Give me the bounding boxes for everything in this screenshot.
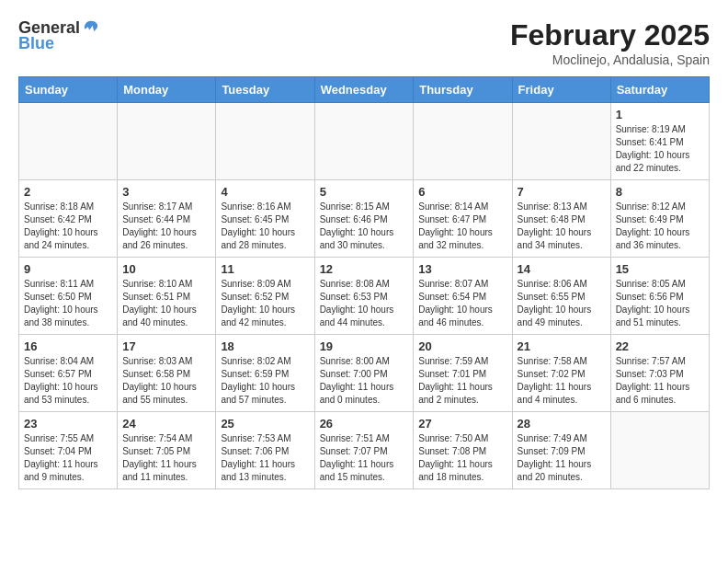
calendar-cell: 21Sunrise: 7:58 AM Sunset: 7:02 PM Dayli… xyxy=(512,335,610,412)
day-number: 2 xyxy=(24,185,112,199)
calendar-week-row: 2Sunrise: 8:18 AM Sunset: 6:42 PM Daylig… xyxy=(19,180,710,258)
day-info: Sunrise: 8:18 AM Sunset: 6:42 PM Dayligh… xyxy=(24,201,112,252)
calendar-cell: 14Sunrise: 8:06 AM Sunset: 6:55 PM Dayli… xyxy=(512,258,610,335)
calendar-cell: 27Sunrise: 7:50 AM Sunset: 7:08 PM Dayli… xyxy=(414,412,512,489)
day-number: 6 xyxy=(418,185,506,199)
weekday-header: Sunday xyxy=(19,77,118,103)
day-number: 10 xyxy=(122,262,210,276)
day-number: 18 xyxy=(221,339,309,353)
calendar-cell xyxy=(610,412,709,489)
day-info: Sunrise: 7:54 AM Sunset: 7:05 PM Dayligh… xyxy=(122,432,210,484)
day-info: Sunrise: 7:57 AM Sunset: 7:03 PM Dayligh… xyxy=(616,355,704,407)
calendar-cell: 1Sunrise: 8:19 AM Sunset: 6:41 PM Daylig… xyxy=(610,103,709,180)
day-number: 26 xyxy=(320,417,409,431)
day-number: 25 xyxy=(221,417,309,431)
day-number: 7 xyxy=(518,185,606,199)
location: Moclinejo, Andalusia, Spain xyxy=(510,52,710,67)
day-number: 11 xyxy=(221,262,309,276)
day-info: Sunrise: 8:05 AM Sunset: 6:56 PM Dayligh… xyxy=(616,278,704,329)
calendar-cell: 7Sunrise: 8:13 AM Sunset: 6:48 PM Daylig… xyxy=(512,180,610,258)
calendar-cell: 24Sunrise: 7:54 AM Sunset: 7:05 PM Dayli… xyxy=(118,412,216,489)
calendar-week-row: 1Sunrise: 8:19 AM Sunset: 6:41 PM Daylig… xyxy=(19,103,710,180)
day-number: 20 xyxy=(418,339,506,353)
day-info: Sunrise: 8:08 AM Sunset: 6:53 PM Dayligh… xyxy=(320,278,409,329)
day-info: Sunrise: 7:59 AM Sunset: 7:01 PM Dayligh… xyxy=(418,355,506,407)
calendar-cell: 5Sunrise: 8:15 AM Sunset: 6:46 PM Daylig… xyxy=(314,180,414,258)
calendar-cell xyxy=(216,103,314,180)
day-number: 22 xyxy=(616,339,704,353)
day-number: 23 xyxy=(24,417,112,431)
calendar-cell xyxy=(314,103,414,180)
day-number: 12 xyxy=(320,262,409,276)
day-number: 14 xyxy=(518,262,606,276)
day-info: Sunrise: 8:15 AM Sunset: 6:46 PM Dayligh… xyxy=(320,201,409,252)
calendar-cell: 4Sunrise: 8:16 AM Sunset: 6:45 PM Daylig… xyxy=(216,180,314,258)
day-number: 28 xyxy=(518,417,606,431)
calendar-week-row: 16Sunrise: 8:04 AM Sunset: 6:57 PM Dayli… xyxy=(19,335,710,412)
weekday-header: Wednesday xyxy=(314,77,414,103)
month-year: February 2025 xyxy=(510,18,710,52)
calendar-cell: 9Sunrise: 8:11 AM Sunset: 6:50 PM Daylig… xyxy=(19,258,118,335)
day-info: Sunrise: 8:00 AM Sunset: 7:00 PM Dayligh… xyxy=(320,355,409,407)
calendar-cell: 12Sunrise: 8:08 AM Sunset: 6:53 PM Dayli… xyxy=(314,258,414,335)
header: General Blue February 2025 Moclinejo, An… xyxy=(18,18,710,67)
calendar-cell: 3Sunrise: 8:17 AM Sunset: 6:44 PM Daylig… xyxy=(118,180,216,258)
day-number: 17 xyxy=(122,339,210,353)
day-info: Sunrise: 8:16 AM Sunset: 6:45 PM Dayligh… xyxy=(221,201,309,252)
calendar-cell: 18Sunrise: 8:02 AM Sunset: 6:59 PM Dayli… xyxy=(216,335,314,412)
calendar-cell: 11Sunrise: 8:09 AM Sunset: 6:52 PM Dayli… xyxy=(216,258,314,335)
title-area: February 2025 Moclinejo, Andalusia, Spai… xyxy=(510,18,710,67)
day-info: Sunrise: 8:04 AM Sunset: 6:57 PM Dayligh… xyxy=(24,355,112,407)
calendar-cell: 17Sunrise: 8:03 AM Sunset: 6:58 PM Dayli… xyxy=(118,335,216,412)
day-number: 19 xyxy=(320,339,409,353)
day-number: 1 xyxy=(616,108,704,121)
day-info: Sunrise: 8:14 AM Sunset: 6:47 PM Dayligh… xyxy=(418,201,506,252)
day-number: 9 xyxy=(24,262,112,276)
day-number: 15 xyxy=(616,262,704,276)
calendar-cell: 22Sunrise: 7:57 AM Sunset: 7:03 PM Dayli… xyxy=(610,335,709,412)
day-number: 4 xyxy=(221,185,309,199)
day-number: 16 xyxy=(24,339,112,353)
day-number: 5 xyxy=(320,185,409,199)
calendar-cell: 8Sunrise: 8:12 AM Sunset: 6:49 PM Daylig… xyxy=(610,180,709,258)
weekday-header: Friday xyxy=(512,77,610,103)
day-number: 3 xyxy=(122,185,210,199)
day-number: 24 xyxy=(122,417,210,431)
day-info: Sunrise: 7:55 AM Sunset: 7:04 PM Dayligh… xyxy=(24,432,112,484)
calendar-cell: 2Sunrise: 8:18 AM Sunset: 6:42 PM Daylig… xyxy=(19,180,118,258)
day-info: Sunrise: 8:19 AM Sunset: 6:41 PM Dayligh… xyxy=(616,123,704,175)
day-info: Sunrise: 7:49 AM Sunset: 7:09 PM Dayligh… xyxy=(518,432,606,484)
weekday-header: Monday xyxy=(118,77,216,103)
weekday-header-row: SundayMondayTuesdayWednesdayThursdayFrid… xyxy=(19,77,710,103)
calendar-cell xyxy=(414,103,512,180)
day-info: Sunrise: 7:53 AM Sunset: 7:06 PM Dayligh… xyxy=(221,432,309,484)
calendar-cell: 26Sunrise: 7:51 AM Sunset: 7:07 PM Dayli… xyxy=(314,412,414,489)
day-info: Sunrise: 8:09 AM Sunset: 6:52 PM Dayligh… xyxy=(221,278,309,329)
day-number: 13 xyxy=(418,262,506,276)
calendar-cell: 23Sunrise: 7:55 AM Sunset: 7:04 PM Dayli… xyxy=(19,412,118,489)
day-info: Sunrise: 8:03 AM Sunset: 6:58 PM Dayligh… xyxy=(122,355,210,407)
weekday-header: Tuesday xyxy=(216,77,314,103)
calendar-cell: 25Sunrise: 7:53 AM Sunset: 7:06 PM Dayli… xyxy=(216,412,314,489)
calendar-cell: 20Sunrise: 7:59 AM Sunset: 7:01 PM Dayli… xyxy=(414,335,512,412)
day-info: Sunrise: 8:07 AM Sunset: 6:54 PM Dayligh… xyxy=(418,278,506,329)
day-info: Sunrise: 8:11 AM Sunset: 6:50 PM Dayligh… xyxy=(24,278,112,329)
calendar-cell: 19Sunrise: 8:00 AM Sunset: 7:00 PM Dayli… xyxy=(314,335,414,412)
day-info: Sunrise: 8:02 AM Sunset: 6:59 PM Dayligh… xyxy=(221,355,309,407)
day-info: Sunrise: 7:58 AM Sunset: 7:02 PM Dayligh… xyxy=(518,355,606,407)
day-info: Sunrise: 8:06 AM Sunset: 6:55 PM Dayligh… xyxy=(518,278,606,329)
day-number: 21 xyxy=(518,339,606,353)
calendar-cell: 28Sunrise: 7:49 AM Sunset: 7:09 PM Dayli… xyxy=(512,412,610,489)
day-info: Sunrise: 8:12 AM Sunset: 6:49 PM Dayligh… xyxy=(616,201,704,252)
logo-blue: Blue xyxy=(18,34,54,53)
weekday-header: Thursday xyxy=(414,77,512,103)
day-info: Sunrise: 8:17 AM Sunset: 6:44 PM Dayligh… xyxy=(122,201,210,252)
day-info: Sunrise: 8:13 AM Sunset: 6:48 PM Dayligh… xyxy=(518,201,606,252)
logo-icon xyxy=(82,19,100,38)
calendar-cell: 13Sunrise: 8:07 AM Sunset: 6:54 PM Dayli… xyxy=(414,258,512,335)
calendar-week-row: 9Sunrise: 8:11 AM Sunset: 6:50 PM Daylig… xyxy=(19,258,710,335)
day-info: Sunrise: 8:10 AM Sunset: 6:51 PM Dayligh… xyxy=(122,278,210,329)
calendar-cell xyxy=(19,103,118,180)
calendar-cell: 16Sunrise: 8:04 AM Sunset: 6:57 PM Dayli… xyxy=(19,335,118,412)
day-info: Sunrise: 7:50 AM Sunset: 7:08 PM Dayligh… xyxy=(418,432,506,484)
